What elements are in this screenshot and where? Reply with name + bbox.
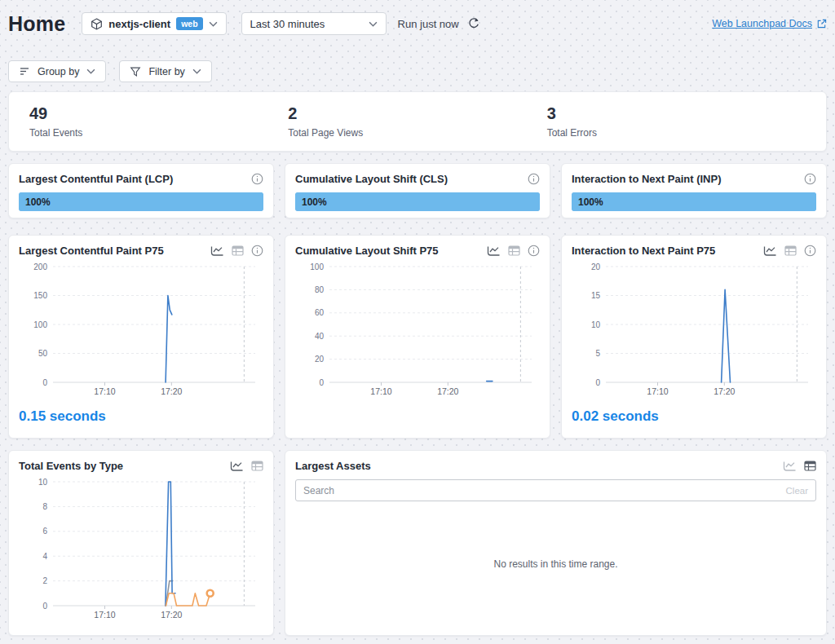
run-status: Run just now <box>398 17 480 30</box>
stat-value: 3 <box>547 104 806 123</box>
svg-text:0: 0 <box>42 602 47 611</box>
svg-text:10: 10 <box>38 478 48 487</box>
events-by-type-card: Total Events by Type 024681017:1017:20 <box>8 450 274 636</box>
stat-total-page-views: 2 Total Page Views <box>288 104 546 139</box>
stats-summary-card: 49 Total Events 2 Total Page Views 3 Tot… <box>8 91 827 152</box>
page-title: Home <box>8 12 65 36</box>
svg-text:17:20: 17:20 <box>161 610 182 620</box>
clear-search-button[interactable]: Clear <box>779 486 815 496</box>
inp-score-card: Interaction to Next Paint (INP) 100% <box>561 163 827 218</box>
stat-value: 2 <box>288 104 546 123</box>
card-title: Largest Contentful Paint P75 <box>19 245 210 257</box>
svg-text:17:10: 17:10 <box>94 386 115 396</box>
info-icon[interactable] <box>251 173 263 185</box>
bottom-row: Total Events by Type 024681017:1017:20 L… <box>8 450 827 636</box>
assets-search-box: Clear <box>295 479 816 501</box>
line-chart-view-icon[interactable] <box>763 245 777 257</box>
svg-text:50: 50 <box>38 349 48 358</box>
stat-label: Total Errors <box>547 127 806 139</box>
empty-state-text: No results in this time range. <box>295 501 816 627</box>
svg-text:150: 150 <box>33 291 47 300</box>
info-icon[interactable] <box>804 173 816 185</box>
svg-text:17:10: 17:10 <box>647 386 668 396</box>
lcp-p75-chart: 05010015020017:1017:20 <box>19 260 263 400</box>
svg-text:2: 2 <box>42 576 47 585</box>
svg-text:0: 0 <box>319 378 324 387</box>
lcp-score-card: Largest Contentful Paint (LCP) 100% <box>8 163 274 218</box>
table-view-icon[interactable] <box>508 245 520 256</box>
svg-text:200: 200 <box>33 262 47 271</box>
inp-p75-card: Interaction to Next Paint P75 0510152017… <box>561 235 827 439</box>
inp-p75-value: 0.02 seconds <box>572 408 816 425</box>
score-bar-label: 100% <box>295 196 327 208</box>
svg-text:20: 20 <box>315 355 325 364</box>
project-cube-icon <box>91 18 103 30</box>
chevron-down-icon <box>192 68 201 74</box>
stat-total-errors: 3 Total Errors <box>547 104 806 139</box>
line-chart-view-icon[interactable] <box>487 245 501 257</box>
time-range-selector[interactable]: Last 30 minutes <box>241 12 387 35</box>
score-bar-label: 100% <box>572 196 603 208</box>
table-view-icon[interactable] <box>232 245 244 256</box>
svg-text:5: 5 <box>595 349 600 358</box>
time-range-value: Last 30 minutes <box>250 18 325 30</box>
svg-text:15: 15 <box>591 291 601 300</box>
svg-text:80: 80 <box>315 285 325 294</box>
svg-text:17:20: 17:20 <box>714 386 735 396</box>
info-icon[interactable] <box>804 245 816 257</box>
line-chart-view-icon[interactable] <box>210 245 224 257</box>
run-status-text: Run just now <box>398 18 459 30</box>
p75-charts-row: Largest Contentful Paint P75 05010015020… <box>8 235 827 439</box>
refresh-icon[interactable] <box>467 17 480 30</box>
card-title: Interaction to Next Paint (INP) <box>572 173 804 185</box>
search-input[interactable] <box>296 485 779 496</box>
stat-total-events: 49 Total Events <box>29 104 288 139</box>
svg-text:17:20: 17:20 <box>437 386 458 396</box>
chevron-down-icon <box>369 21 378 27</box>
svg-text:4: 4 <box>42 552 47 561</box>
lcp-p75-value: 0.15 seconds <box>19 408 263 425</box>
project-platform-badge: web <box>176 17 202 30</box>
card-title: Largest Contentful Paint (LCP) <box>19 173 251 185</box>
svg-text:17:20: 17:20 <box>161 386 182 396</box>
cls-p75-card: Cumulative Layout Shift P75 020406080100… <box>285 235 550 439</box>
card-title: Largest Assets <box>295 460 783 472</box>
svg-text:40: 40 <box>315 332 325 341</box>
docs-link[interactable]: Web Launchpad Docs <box>712 18 827 29</box>
svg-text:100: 100 <box>33 320 47 329</box>
info-icon[interactable] <box>528 173 540 185</box>
table-view-icon[interactable] <box>804 461 816 471</box>
score-bar-label: 100% <box>19 196 51 208</box>
launchpad-page: Home nextjs-client web Last 30 minutes <box>0 0 835 644</box>
card-title: Cumulative Layout Shift (CLS) <box>295 173 528 185</box>
table-view-icon[interactable] <box>784 245 797 256</box>
card-title: Cumulative Layout Shift P75 <box>295 245 487 257</box>
project-selector[interactable]: nextjs-client web <box>82 12 226 35</box>
card-title: Interaction to Next Paint P75 <box>572 245 763 257</box>
filter-by-button[interactable]: Filter by <box>119 60 211 82</box>
line-chart-view-icon[interactable] <box>230 461 244 472</box>
line-chart-view-icon[interactable] <box>783 461 797 472</box>
svg-text:0: 0 <box>42 378 47 387</box>
group-by-button[interactable]: Group by <box>8 60 106 82</box>
group-by-icon <box>19 66 30 77</box>
stat-label: Total Events <box>29 127 288 139</box>
vitals-score-row: Largest Contentful Paint (LCP) 100% Cumu… <box>8 163 827 218</box>
svg-text:17:10: 17:10 <box>370 386 391 396</box>
docs-link-label: Web Launchpad Docs <box>712 18 812 29</box>
svg-text:0: 0 <box>595 378 600 387</box>
info-icon[interactable] <box>251 245 263 257</box>
filter-by-label: Filter by <box>148 66 184 77</box>
score-bar: 100% <box>572 192 816 211</box>
card-title: Total Events by Type <box>19 460 230 472</box>
table-view-icon[interactable] <box>251 461 263 471</box>
stat-label: Total Page Views <box>288 127 546 139</box>
svg-text:100: 100 <box>310 262 324 271</box>
svg-text:8: 8 <box>42 502 47 511</box>
cls-score-card: Cumulative Layout Shift (CLS) 100% <box>285 163 550 218</box>
score-bar: 100% <box>19 192 263 211</box>
inp-p75-chart: 0510152017:1017:20 <box>572 260 816 400</box>
svg-text:60: 60 <box>315 308 325 317</box>
info-icon[interactable] <box>528 245 540 257</box>
events-by-type-chart: 024681017:1017:20 <box>19 475 263 624</box>
